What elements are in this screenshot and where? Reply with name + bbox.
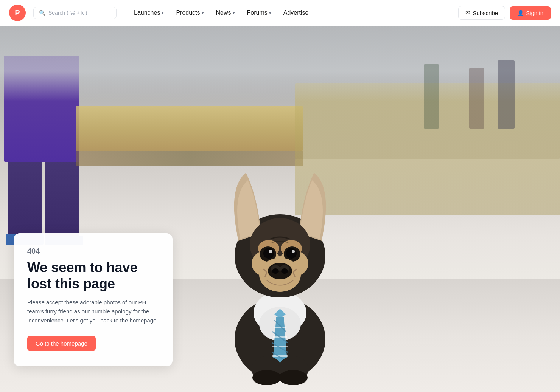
subscribe-button[interactable]: ✉ Subscribe	[458, 6, 505, 20]
nav-item-launches[interactable]: Launches ▾	[129, 6, 169, 19]
go-to-homepage-button[interactable]: Go to the homepage	[27, 336, 96, 351]
svg-point-31	[272, 268, 279, 274]
nav-links: Launches ▾ Products ▾ News ▾ Forums ▾ Ad…	[129, 6, 455, 19]
nav-item-forums[interactable]: Forums ▾	[242, 6, 277, 19]
subscribe-icon: ✉	[465, 9, 470, 16]
bg-person1	[498, 60, 515, 129]
error-card: 404 We seem to have lost this page Pleas…	[14, 233, 173, 366]
homepage-btn-label: Go to the homepage	[36, 340, 87, 347]
dog-illustration	[185, 82, 375, 392]
svg-point-32	[281, 268, 288, 274]
svg-point-25	[292, 250, 295, 253]
nav-item-advertise[interactable]: Advertise	[278, 6, 314, 19]
svg-point-21	[263, 248, 274, 259]
chevron-down-icon: ▾	[269, 11, 271, 15]
error-title: We seem to have lost this page	[27, 259, 159, 292]
svg-point-36	[279, 370, 308, 385]
search-placeholder: Search ( ⌘ + k )	[48, 10, 87, 16]
nav-products-label: Products	[176, 9, 200, 16]
chevron-down-icon: ▾	[162, 11, 164, 15]
signin-button[interactable]: 👤 Sign in	[510, 6, 551, 20]
error-title-line1: We seem to have	[27, 260, 137, 275]
svg-point-24	[286, 248, 297, 259]
error-title-line2: lost this page	[27, 276, 115, 291]
search-icon: 🔍	[39, 10, 45, 16]
nav-item-products[interactable]: Products ▾	[171, 6, 209, 19]
nav-news-label: News	[216, 9, 231, 16]
logo-letter: P	[15, 9, 20, 17]
svg-point-35	[252, 370, 281, 385]
user-icon: 👤	[517, 10, 524, 16]
subscribe-label: Subscribe	[473, 10, 498, 16]
svg-point-22	[269, 250, 272, 253]
error-code: 404	[27, 247, 159, 256]
nav-right-actions: ✉ Subscribe 👤 Sign in	[458, 6, 551, 20]
svg-point-27	[268, 263, 292, 279]
chevron-down-icon: ▾	[202, 11, 204, 15]
nav-launches-label: Launches	[134, 9, 160, 16]
navbar: P 🔍 Search ( ⌘ + k ) Launches ▾ Products…	[0, 0, 560, 26]
nav-advertise-label: Advertise	[283, 9, 309, 16]
signin-label: Sign in	[526, 10, 543, 16]
search-bar[interactable]: 🔍 Search ( ⌘ + k )	[33, 7, 117, 19]
brand-logo[interactable]: P	[9, 5, 26, 21]
nav-item-news[interactable]: News ▾	[211, 6, 240, 19]
bg-person2	[469, 68, 484, 129]
error-description: Please accept these adorable photos of o…	[27, 298, 159, 325]
chevron-down-icon: ▾	[233, 11, 235, 15]
nav-forums-label: Forums	[247, 9, 268, 16]
bg-person3	[424, 64, 439, 129]
